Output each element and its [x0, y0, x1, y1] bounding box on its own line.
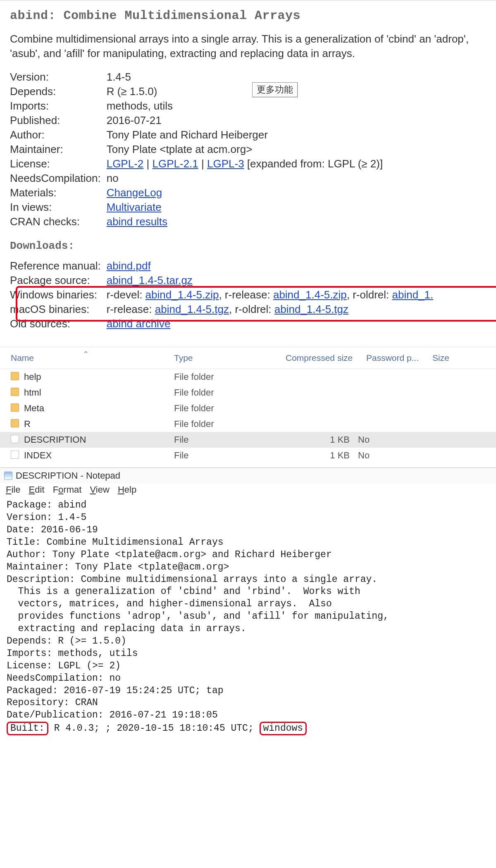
- file-row[interactable]: htmlFile folder: [0, 385, 496, 401]
- file-icon: [11, 451, 19, 459]
- notepad-window: DESCRIPTION - Notepad File Edit Format V…: [0, 467, 496, 740]
- meta-version-key: Version:: [10, 70, 107, 84]
- win-release-link[interactable]: abind_1.4-5.zip: [273, 289, 347, 301]
- win-oldrel-link[interactable]: abind_1.: [392, 289, 434, 301]
- meta-maintainer-value: Tony Plate <tplate at acm.org>: [107, 142, 383, 157]
- meta-depends-value: R (≥ 1.5.0): [107, 84, 383, 99]
- meta-materials-key: Materials:: [10, 186, 107, 200]
- dl-old-key: Old sources:: [10, 317, 107, 331]
- meta-maintainer-key: Maintainer:: [10, 142, 107, 157]
- menu-edit[interactable]: Edit: [29, 484, 45, 495]
- cran-package-page: abind: Combine Multidimensional Arrays C…: [0, 0, 496, 336]
- menu-view[interactable]: View: [90, 484, 109, 495]
- menu-file[interactable]: File: [6, 484, 20, 495]
- dl-mac-value: r-release: abind_1.4-5.tgz, r-oldrel: ab…: [107, 302, 434, 317]
- file-row[interactable]: MetaFile folder: [0, 401, 496, 416]
- file-row[interactable]: RFile folder: [0, 416, 496, 432]
- meta-imports-key: Imports:: [10, 99, 107, 113]
- notepad-menubar[interactable]: File Edit Format View Help: [0, 484, 496, 498]
- dl-mac-key: macOS binaries:: [10, 302, 107, 317]
- meta-version-value: 1.4-5: [107, 70, 383, 84]
- column-headers[interactable]: ⌃ Name Type Compressed size Password p..…: [0, 347, 496, 369]
- col-pw[interactable]: Password p...: [366, 353, 432, 363]
- meta-needscomp-value: no: [107, 171, 383, 186]
- file-icon: [11, 435, 19, 443]
- file-type: File folder: [174, 387, 286, 398]
- highlight-built-label: Built:: [7, 722, 48, 735]
- mac-oldrel-link[interactable]: abind_1.4-5.tgz: [274, 303, 348, 315]
- dl-refman-key: Reference manual:: [10, 259, 107, 273]
- meta-imports-value: methods, utils: [107, 99, 383, 113]
- notepad-icon: [4, 472, 12, 480]
- col-type[interactable]: Type: [174, 353, 286, 363]
- col-size[interactable]: Size: [432, 353, 449, 363]
- file-row[interactable]: INDEXFile1 KBNo: [0, 448, 496, 463]
- checks-link[interactable]: abind results: [107, 215, 167, 228]
- folder-icon: [11, 372, 19, 380]
- menu-help[interactable]: Help: [118, 484, 136, 495]
- license-link-lgpl2[interactable]: LGPL-2: [107, 157, 144, 170]
- package-summary: Combine multidimensional arrays into a s…: [10, 32, 486, 61]
- license-link-lgpl21[interactable]: LGPL-2.1: [152, 157, 198, 170]
- downloads-heading: Downloads:: [10, 240, 486, 252]
- file-type: File folder: [174, 372, 286, 382]
- meta-license-key: License:: [10, 157, 107, 171]
- license-link-lgpl3[interactable]: LGPL-3: [207, 157, 244, 170]
- tooltip-more-features: 更多功能: [252, 82, 298, 97]
- notepad-titlebar[interactable]: DESCRIPTION - Notepad: [0, 468, 496, 484]
- file-row[interactable]: DESCRIPTIONFile1 KBNo: [0, 432, 496, 448]
- file-type: File: [174, 450, 286, 461]
- meta-needscomp-key: NeedsCompilation:: [10, 171, 107, 186]
- archive-file-list: ⌃ Name Type Compressed size Password p..…: [0, 347, 496, 463]
- folder-icon: [11, 419, 19, 427]
- folder-icon: [11, 403, 19, 412]
- page-title: abind: Combine Multidimensional Arrays: [10, 9, 486, 23]
- notepad-title: DESCRIPTION - Notepad: [16, 470, 120, 481]
- meta-published-value: 2016-07-21: [107, 113, 383, 128]
- sort-caret-icon: ⌃: [83, 350, 89, 359]
- dl-old-link[interactable]: abind archive: [107, 317, 171, 330]
- win-devel-link[interactable]: abind_1.4-5.zip: [145, 289, 219, 301]
- folder-icon: [11, 388, 19, 396]
- meta-depends-key: Depends:: [10, 84, 107, 99]
- file-row[interactable]: helpFile folder: [0, 369, 496, 385]
- file-type: File: [174, 434, 286, 445]
- col-name[interactable]: Name: [11, 353, 174, 363]
- dl-src-key: Package source:: [10, 273, 107, 288]
- dl-refman-link[interactable]: abind.pdf: [107, 260, 151, 272]
- file-type: File folder: [174, 419, 286, 429]
- materials-link[interactable]: ChangeLog: [107, 186, 162, 199]
- highlight-built-os: windows: [260, 722, 307, 735]
- dl-win-value: r-devel: abind_1.4-5.zip, r-release: abi…: [107, 288, 434, 302]
- meta-author-key: Author:: [10, 128, 107, 142]
- col-csize[interactable]: Compressed size: [286, 353, 366, 363]
- menu-format[interactable]: Format: [53, 484, 82, 495]
- file-type: File folder: [174, 403, 286, 414]
- meta-license-value: LGPL-2 | LGPL-2.1 | LGPL-3 [expanded fro…: [107, 157, 383, 171]
- downloads-table: Reference manual: abind.pdf Package sour…: [10, 259, 433, 331]
- file-csize: 1 KB: [286, 434, 358, 445]
- inviews-link[interactable]: Multivariate: [107, 201, 162, 213]
- meta-inviews-key: In views:: [10, 200, 107, 215]
- file-pw: No: [358, 434, 424, 445]
- meta-checks-key: CRAN checks:: [10, 215, 107, 229]
- meta-published-key: Published:: [10, 113, 107, 128]
- dl-src-link[interactable]: abind_1.4-5.tar.gz: [107, 274, 193, 286]
- mac-release-link[interactable]: abind_1.4-5.tgz: [155, 303, 229, 315]
- file-csize: 1 KB: [286, 450, 358, 461]
- dl-win-key: Windows binaries:: [10, 288, 107, 302]
- meta-author-value: Tony Plate and Richard Heiberger: [107, 128, 383, 142]
- notepad-content[interactable]: Package: abind Version: 1.4-5 Date: 2016…: [0, 498, 496, 740]
- file-pw: No: [358, 450, 424, 461]
- package-meta-table: Version: 1.4-5 Depends: R (≥ 1.5.0) Impo…: [10, 70, 383, 229]
